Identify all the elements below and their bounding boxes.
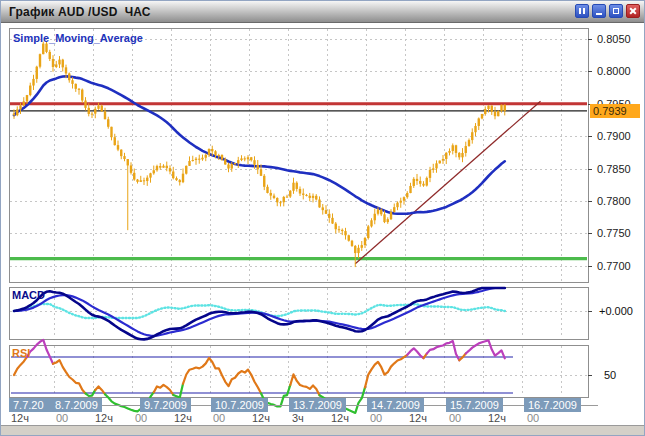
time-label: 3ч [292, 412, 304, 424]
date-badge: 15.7.2009 [446, 398, 503, 412]
time-label: 00 [135, 412, 147, 424]
time-label: 12ч [488, 412, 506, 424]
time-label: 12ч [174, 412, 192, 424]
time-label: 00 [56, 412, 68, 424]
date-badge: 9.7.2009 [140, 398, 191, 412]
current-price-badge: 0.7939 [590, 104, 640, 118]
rsi-50-axis-label: 50 [604, 369, 616, 382]
date-badge: 8.7.2009 [51, 398, 102, 412]
minimize-button[interactable] [592, 4, 606, 18]
time-label: 12ч [331, 412, 349, 424]
time-label: 12ч [11, 412, 29, 424]
time-label: 00 [370, 412, 382, 424]
maximize-icon [613, 8, 619, 14]
date-badge: 16.7.2009 [524, 398, 581, 412]
time-label: 12ч [252, 412, 270, 424]
close-button[interactable] [626, 4, 640, 18]
bottom-scroll-area [1, 425, 644, 436]
main-chart-panel[interactable] [10, 29, 589, 283]
time-label: 00 [449, 412, 461, 424]
maximize-button[interactable] [609, 4, 623, 18]
time-label: 00 [527, 412, 539, 424]
title-bar[interactable]: График AUD /USD ЧАС [1, 1, 644, 23]
date-badge: 14.7.2009 [367, 398, 424, 412]
date-badge: 13.7.2009 [289, 398, 346, 412]
chart-canvas [1, 1, 645, 436]
time-label: 00 [213, 412, 225, 424]
chart-window: { "window": { "title": "График AUD /USD … [0, 0, 645, 436]
minimize-icon [596, 13, 602, 15]
time-label: 12ч [95, 412, 113, 424]
window-title: График AUD /USD ЧАС [9, 5, 151, 19]
time-label: 12ч [409, 412, 427, 424]
macd-panel[interactable] [10, 288, 589, 340]
sma-legend-label: Simple_Moving_Average [13, 32, 143, 45]
macd-zero-axis-label: +0.000 [599, 305, 633, 318]
date-badge: 10.7.2009 [211, 398, 268, 412]
date-badge: 7.7.20 [9, 398, 51, 412]
pause-button[interactable] [575, 4, 589, 18]
pause-icon [579, 8, 585, 14]
rsi-legend-label: RSI [12, 347, 30, 360]
window-controls [575, 4, 640, 18]
macd-legend-label: MACD [12, 289, 45, 302]
